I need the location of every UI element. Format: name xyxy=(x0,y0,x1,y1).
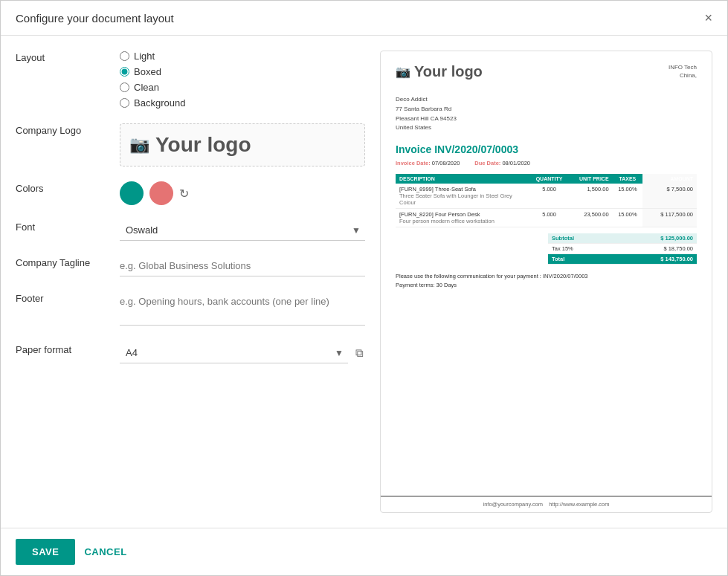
layout-label-background: Background xyxy=(134,97,185,109)
preview-due-date: Due Date: 08/01/2020 xyxy=(474,160,530,166)
left-panel: Layout Light Boxed Clean xyxy=(16,51,365,513)
tagline-content xyxy=(120,256,365,276)
layout-label-light: Light xyxy=(134,51,155,62)
paper-format-label: Paper format xyxy=(16,343,120,355)
footer-row: Footer xyxy=(16,291,365,328)
layout-label: Layout xyxy=(16,51,120,63)
total-value: $ 143,750.00 xyxy=(660,256,693,262)
color-red-button[interactable] xyxy=(149,181,173,205)
company-logo-label: Company Logo xyxy=(16,123,120,136)
dialog-body: Layout Light Boxed Clean xyxy=(1,36,727,528)
row1-amount: $ 7,500.00 xyxy=(642,184,697,209)
preview-bill-country: United States xyxy=(396,123,697,133)
table-row: [FURN_8220] Four Person Desk Four person… xyxy=(396,209,697,227)
paper-select-wrap: A4 Letter Legal ▼ xyxy=(120,343,348,363)
logo-upload-area[interactable]: 📷 Your logo xyxy=(120,123,365,166)
preview-bill-city: Pleasant Hill CA 94523 xyxy=(396,114,697,124)
dialog-footer: SAVE CANCEL xyxy=(1,528,727,575)
layout-radio-boxed[interactable] xyxy=(120,67,129,77)
font-select-wrap: Oswald Roboto Lato Open Sans Montserrat … xyxy=(120,220,365,241)
paper-select[interactable]: A4 Letter Legal xyxy=(120,343,348,363)
layout-row: Layout Light Boxed Clean xyxy=(16,51,365,109)
colors-label: Colors xyxy=(16,181,120,194)
configure-layout-dialog: Configure your document layout × Layout … xyxy=(0,0,728,576)
tax-value: $ 18,750.00 xyxy=(663,245,693,252)
preview-totals: Subtotal $ 125,000.00 Tax 15% $ 18,750.0… xyxy=(548,233,697,265)
col-header-unit-price: UNIT PRICE xyxy=(567,174,613,184)
camera-icon: 📷 xyxy=(129,135,149,155)
font-select[interactable]: Oswald Roboto Lato Open Sans Montserrat xyxy=(120,220,365,241)
layout-label-boxed: Boxed xyxy=(134,66,161,77)
preview-payment-info: Please use the following communication f… xyxy=(396,272,697,290)
table-row: [FURN_8999] Three-Seat Sofa Three Seater… xyxy=(396,184,697,209)
preview-company-country: China, xyxy=(669,71,697,80)
preview-footer-email: info@yourcompany.com xyxy=(483,501,542,508)
layout-option-clean[interactable]: Clean xyxy=(120,82,365,93)
footer-content xyxy=(120,291,365,328)
preview-footer: info@yourcompany.com http://www.example.… xyxy=(381,496,712,512)
row2-taxes: 15.00% xyxy=(613,209,643,227)
preview-camera-icon: 📷 xyxy=(396,65,410,79)
preview-content: 📷 Your logo INFO Tech China, Deco Addict… xyxy=(381,51,712,496)
save-button[interactable]: SAVE xyxy=(16,539,75,565)
subtotal-value: $ 125,000.00 xyxy=(660,235,693,242)
company-logo-content: 📷 Your logo xyxy=(120,123,365,166)
layout-option-boxed[interactable]: Boxed xyxy=(120,66,365,77)
preview-payment-ref: Please use the following communication f… xyxy=(396,272,697,281)
layout-option-light[interactable]: Light xyxy=(120,51,365,62)
preview-company-info: INFO Tech China, xyxy=(669,63,697,80)
preview-invoice-date-val: 07/08/2020 xyxy=(432,160,460,166)
row1-qty: 5.000 xyxy=(531,184,567,209)
paper-format-content: A4 Letter Legal ▼ ⧉ xyxy=(120,343,365,363)
layout-label-clean: Clean xyxy=(134,82,159,93)
preview-total-row: Total $ 143,750.00 xyxy=(548,254,697,265)
tagline-row: Company Tagline xyxy=(16,256,365,276)
company-logo-row: Company Logo 📷 Your logo xyxy=(16,123,365,166)
dialog-title: Configure your document layout xyxy=(16,12,174,25)
row2-qty: 5.000 xyxy=(531,209,567,227)
footer-label: Footer xyxy=(16,291,120,304)
col-header-description: DESCRIPTION xyxy=(396,174,531,184)
font-label: Font xyxy=(16,220,120,233)
preview-header: 📷 Your logo INFO Tech China, xyxy=(396,63,697,80)
row2-amount: $ 117,500.00 xyxy=(642,209,697,227)
row1-description: [FURN_8999] Three-Seat Sofa Three Seater… xyxy=(396,184,531,209)
row1-taxes: 15.00% xyxy=(613,184,643,209)
paper-external-link-button[interactable]: ⧉ xyxy=(354,345,365,361)
paper-format-controls: A4 Letter Legal ▼ ⧉ xyxy=(120,343,365,363)
refresh-colors-button[interactable]: ↻ xyxy=(179,187,189,201)
cancel-button[interactable]: CANCEL xyxy=(84,546,126,557)
layout-option-background[interactable]: Background xyxy=(120,97,365,109)
preview-payment-terms: Payment terms: 30 Days xyxy=(396,281,697,290)
layout-radio-light[interactable] xyxy=(120,51,129,61)
layout-radio-background[interactable] xyxy=(120,98,129,108)
total-label: Total xyxy=(552,256,564,262)
dialog-header: Configure your document layout × xyxy=(1,1,727,36)
colors-content: ↻ xyxy=(120,181,365,205)
col-header-amount: AMOUNT xyxy=(642,174,697,184)
tax-label: Tax 15% xyxy=(552,245,573,252)
preview-invoice-table: DESCRIPTION QUANTITY UNIT PRICE TAXES AM… xyxy=(396,174,697,227)
layout-radio-clean[interactable] xyxy=(120,82,129,92)
preview-invoice-date-label: Invoice Date: xyxy=(396,160,431,166)
footer-textarea[interactable] xyxy=(120,291,365,326)
col-header-quantity: QUANTITY xyxy=(531,174,567,184)
paper-format-row: Paper format A4 Letter Legal ▼ ⧉ xyxy=(16,343,365,363)
close-button[interactable]: × xyxy=(704,11,712,25)
preview-panel: 📷 Your logo INFO Tech China, Deco Addict… xyxy=(380,51,712,513)
color-swatches: ↻ xyxy=(120,181,365,205)
preview-tax-row: Tax 15% $ 18,750.00 xyxy=(548,244,697,254)
preview-invoice-title: Invoice INV/2020/07/0003 xyxy=(396,143,697,155)
preview-bill-address: 77 Santa Barbara Rd xyxy=(396,105,697,114)
preview-invoice-date: Invoice Date: 07/08/2020 xyxy=(396,160,460,166)
subtotal-label: Subtotal xyxy=(552,235,574,242)
tagline-label: Company Tagline xyxy=(16,256,120,268)
color-teal-button[interactable] xyxy=(120,181,144,205)
col-header-taxes: TAXES xyxy=(613,174,643,184)
preview-dates: Invoice Date: 07/08/2020 Due Date: 08/01… xyxy=(396,160,697,166)
tagline-input[interactable] xyxy=(120,256,365,276)
preview-footer-url: http://www.example.com xyxy=(549,501,609,508)
preview-due-date-label: Due Date: xyxy=(474,160,500,166)
colors-row: Colors ↻ xyxy=(16,181,365,205)
preview-bill-name: Deco Addict xyxy=(396,95,697,105)
